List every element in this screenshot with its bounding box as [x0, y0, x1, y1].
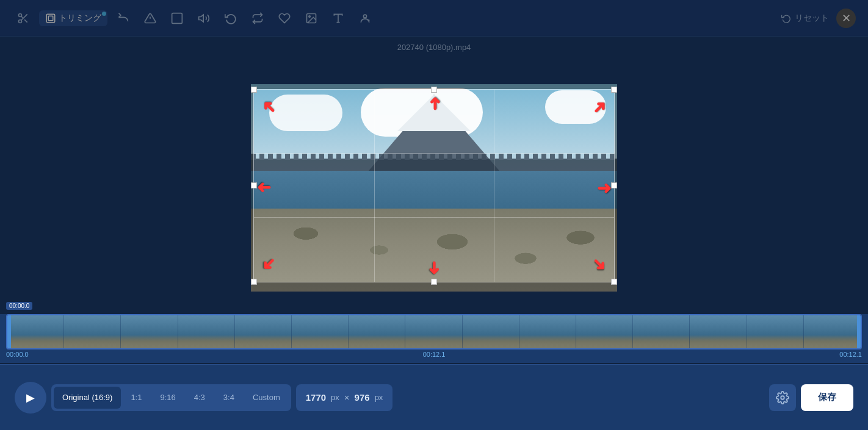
thumb-15: [804, 315, 861, 348]
thumb-6: [292, 315, 349, 348]
heart-btn[interactable]: [273, 7, 295, 29]
thumb-10: [519, 315, 576, 348]
handle-top-center[interactable]: [431, 87, 437, 93]
timeline-section: 00:00.0 00:00.0 00:12.1 00:12.1: [0, 314, 868, 363]
filename-label: 202740 (1080p).mp4: [397, 43, 471, 52]
ratio-3-4-btn[interactable]: 3:4: [215, 387, 243, 409]
handle-bottom-right[interactable]: [611, 279, 617, 285]
crop-window[interactable]: [253, 89, 615, 282]
handle-middle-right[interactable]: [611, 182, 617, 188]
settings-button[interactable]: [769, 384, 796, 411]
timestamp-end: 00:12.1: [839, 351, 862, 358]
handle-middle-left[interactable]: [251, 182, 257, 188]
video-preview: ➜ ➜ ➜ ➜ ➜ ➜ ➜ ➜: [251, 84, 617, 292]
svg-rect-6: [48, 16, 53, 21]
audio-btn[interactable]: [193, 7, 215, 29]
handle-bottom-left[interactable]: [251, 279, 257, 285]
svg-line-3: [24, 20, 27, 23]
ratio-custom-btn[interactable]: Custom: [244, 387, 289, 409]
dim-height: 976: [355, 392, 370, 403]
svg-point-1: [19, 20, 22, 23]
svg-point-14: [368, 20, 369, 21]
toolbar: トリミング: [0, 0, 868, 37]
thumb-5: [235, 315, 292, 348]
dimensions-box: 1770 px × 976 px: [296, 384, 393, 411]
undo-btn[interactable]: [112, 7, 134, 29]
main-content: 202740 (1080p).mp4: [0, 37, 868, 326]
ratio-4-3-btn[interactable]: 4:3: [186, 387, 214, 409]
toolbar-left: トリミング: [12, 7, 781, 29]
trim-active-tool[interactable]: トリミング: [39, 10, 107, 26]
cut-tool-btn[interactable]: [12, 7, 34, 29]
crop-btn[interactable]: [166, 7, 188, 29]
thumb-3: [121, 315, 178, 348]
loop-btn[interactable]: [247, 7, 269, 29]
grid-horizontal-1: [254, 153, 614, 154]
reset-button[interactable]: リセット: [781, 13, 829, 24]
svg-point-13: [364, 15, 367, 18]
thumb-7: [349, 315, 405, 348]
svg-rect-7: [172, 13, 183, 23]
svg-marker-8: [199, 15, 204, 22]
caution-btn[interactable]: [139, 7, 161, 29]
person-btn[interactable]: [354, 7, 376, 29]
active-tool-dot: [102, 12, 106, 16]
thumb-8: [405, 315, 462, 348]
crop-grid: [254, 90, 614, 282]
picture-btn[interactable]: [300, 7, 322, 29]
thumb-12: [633, 315, 690, 348]
thumb-11: [576, 315, 633, 348]
timeline-timestamps: 00:00.0 00:12.1 00:12.1: [0, 349, 868, 358]
handle-bottom-center[interactable]: [431, 279, 437, 285]
ratio-original-btn[interactable]: Original (16:9): [54, 387, 121, 409]
svg-point-0: [19, 13, 22, 16]
dim-x-symbol: ×: [344, 392, 350, 403]
save-button[interactable]: 保存: [801, 384, 853, 411]
trim-label: トリミング: [59, 13, 101, 24]
replay-btn[interactable]: [220, 7, 242, 29]
svg-rect-5: [46, 14, 55, 23]
timeline-track[interactable]: [6, 314, 862, 349]
dim-px2: px: [375, 393, 383, 402]
thumb-1: [7, 315, 64, 348]
play-button[interactable]: ▶: [15, 382, 46, 414]
thumb-2: [64, 315, 121, 348]
timestamp-center: 00:12.1: [423, 351, 446, 358]
reset-label: リセット: [795, 13, 829, 24]
dim-width: 1770: [306, 392, 326, 403]
crop-overlay[interactable]: ➜ ➜ ➜ ➜ ➜ ➜ ➜ ➜: [251, 84, 617, 292]
svg-point-10: [309, 15, 311, 16]
timestamp-start: 00:00.0: [6, 351, 29, 358]
grid-horizontal-2: [254, 217, 614, 218]
timeline-start-badge: 00:00.0: [6, 302, 32, 310]
handle-top-left[interactable]: [251, 87, 257, 93]
timeline-right-handle[interactable]: [857, 315, 861, 348]
thumb-14: [747, 315, 804, 348]
timeline-left-handle[interactable]: [7, 315, 11, 348]
text-btn[interactable]: [327, 7, 349, 29]
grid-vertical-1: [374, 90, 375, 282]
bottom-bar: ▶ Original (16:9) 1:1 9:16 4:3 3:4 Custo…: [0, 364, 868, 430]
close-button[interactable]: ✕: [836, 9, 856, 28]
thumb-9: [463, 315, 519, 348]
ratio-1-1-btn[interactable]: 1:1: [122, 387, 150, 409]
svg-point-15: [781, 396, 784, 400]
dim-px1: px: [331, 393, 339, 402]
handle-top-right[interactable]: [611, 87, 617, 93]
svg-line-4: [21, 16, 23, 18]
play-icon: ▶: [26, 391, 35, 404]
ratio-group: Original (16:9) 1:1 9:16 4:3 3:4 Custom: [51, 384, 291, 411]
timeline-thumbnails: [7, 315, 861, 348]
thumb-4: [178, 315, 235, 348]
thumb-13: [690, 315, 747, 348]
ratio-9-16-btn[interactable]: 9:16: [151, 387, 184, 409]
grid-vertical-2: [494, 90, 494, 282]
toolbar-right: リセット ✕: [781, 9, 856, 28]
